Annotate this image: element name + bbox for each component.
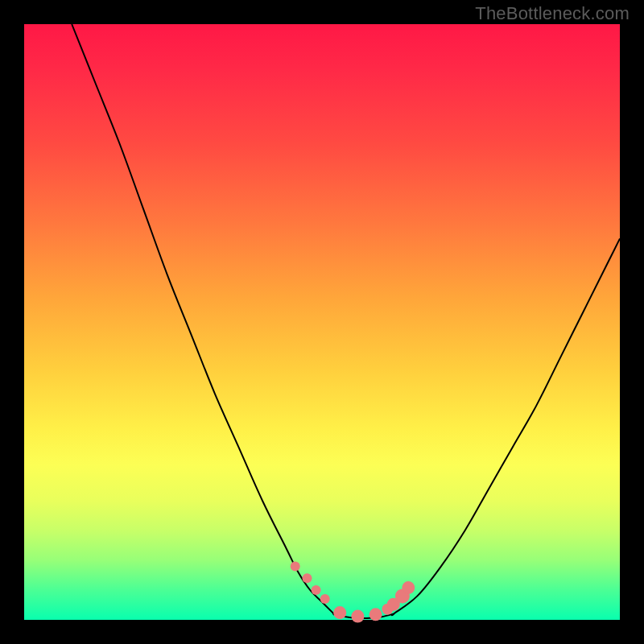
curve-marker: [320, 594, 330, 604]
attribution-text: TheBottleneck.com: [475, 3, 630, 24]
curve-marker: [402, 581, 415, 594]
curve-marker: [351, 610, 364, 623]
curve-marker: [333, 606, 346, 619]
curve-marker: [369, 608, 382, 621]
chart-svg: [24, 24, 620, 620]
curve-marker: [303, 573, 312, 583]
curve-marker: [291, 561, 300, 571]
curve-layer: [72, 24, 620, 618]
curve-marker: [312, 585, 321, 595]
outer-frame: TheBottleneck.com: [0, 0, 644, 644]
bottleneck-curve: [72, 24, 620, 618]
marker-layer: [291, 561, 415, 622]
plot-area: [24, 24, 620, 620]
